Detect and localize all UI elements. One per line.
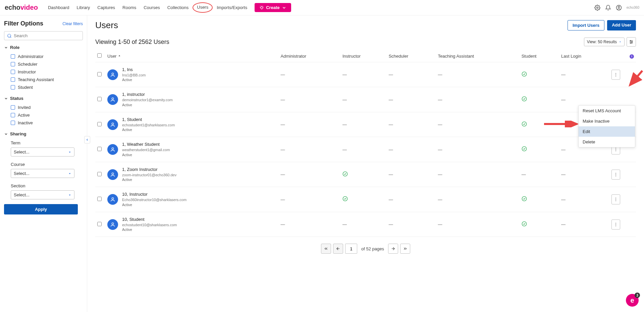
filter-status-toggle[interactable]: Status <box>4 96 83 101</box>
dash-value: — <box>281 197 285 202</box>
context-item-delete[interactable]: Delete <box>579 137 635 147</box>
user-cell[interactable]: 1, Ins Ins1@BB.com Active <box>107 67 277 82</box>
info-icon[interactable]: i <box>630 54 634 59</box>
apply-button[interactable]: Apply <box>4 204 78 214</box>
th-scheduler[interactable]: Scheduler <box>387 50 436 62</box>
row-actions-button[interactable] <box>611 194 620 204</box>
clear-filters-link[interactable]: Clear filters <box>62 21 83 26</box>
filter-item-ta[interactable]: Teaching Assistant <box>4 76 83 83</box>
context-item-reset-lms-account[interactable]: Reset LMS Account <box>579 106 635 116</box>
row-checkbox[interactable] <box>97 122 102 126</box>
th-last-login[interactable]: Last Login <box>559 50 609 62</box>
th-user[interactable]: User <box>105 50 279 62</box>
import-users-button[interactable]: Import Users <box>568 20 604 30</box>
user-circle-icon[interactable] <box>616 5 622 11</box>
row-checkbox[interactable] <box>97 97 102 101</box>
select-all-checkbox[interactable] <box>97 53 102 58</box>
dash-value: — <box>342 147 347 152</box>
filter-item-scheduler[interactable]: Scheduler <box>4 60 83 68</box>
user-email: Ins1@BB.com <box>122 73 146 77</box>
nav-dashboard[interactable]: Dashboard <box>45 3 73 12</box>
table-row: 1, Weather Student weatherstudent1@gmail… <box>95 137 636 162</box>
user-name: 1, Ins <box>122 67 146 73</box>
nav-library[interactable]: Library <box>73 3 94 12</box>
user-cell[interactable]: 10, Instructor Echo360instructor10@shark… <box>107 192 277 207</box>
create-button[interactable]: Create <box>255 3 291 12</box>
dash-value: — <box>438 97 442 102</box>
filter-item-inactive[interactable]: Inactive <box>4 119 83 127</box>
chevron-down-icon <box>282 5 286 10</box>
row-actions-button[interactable] <box>611 170 620 180</box>
add-user-button[interactable]: Add User <box>607 20 636 30</box>
user-cell[interactable]: 1, Weather Student weatherstudent1@gmail… <box>107 142 277 157</box>
user-cell[interactable]: 1, Student echostudent1@sharklasers.com … <box>107 117 277 132</box>
logo-echo: echo <box>5 4 20 11</box>
search-input[interactable] <box>14 33 80 38</box>
avatar <box>107 169 118 180</box>
avatar <box>107 94 118 105</box>
svg-marker-6 <box>69 173 71 174</box>
fab-badge: 3 <box>635 293 640 298</box>
filter-role-toggle[interactable]: Role <box>4 45 83 50</box>
user-cell[interactable]: 1, instructor demoinstructor1@examity.co… <box>107 92 277 107</box>
page-first-button[interactable] <box>321 244 331 254</box>
nav-captures[interactable]: Captures <box>94 3 118 12</box>
nav-collections[interactable]: Collections <box>164 3 192 12</box>
page-prev-button[interactable] <box>333 244 343 254</box>
row-checkbox[interactable] <box>97 147 102 151</box>
filter-search[interactable] <box>4 31 83 40</box>
user-cell[interactable]: 1, Zoom Instructor zoom-instructor01@ech… <box>107 167 277 182</box>
svg-marker-8 <box>620 42 621 42</box>
dash-value: — <box>389 172 393 177</box>
row-checkbox[interactable] <box>97 222 102 226</box>
nav-users[interactable]: Users <box>193 2 213 13</box>
gear-icon[interactable] <box>594 5 600 11</box>
svg-point-19 <box>615 74 616 75</box>
svg-point-29 <box>522 147 526 151</box>
user-status: Active <box>122 152 170 157</box>
course-select[interactable]: Select... <box>11 169 74 178</box>
avatar <box>107 69 118 80</box>
page-last-button[interactable] <box>400 244 410 254</box>
user-status: Active <box>122 103 173 107</box>
context-item-edit[interactable]: Edit <box>579 126 635 137</box>
page-next-button[interactable] <box>388 244 398 254</box>
bell-icon[interactable] <box>605 5 611 11</box>
nav-rooms[interactable]: Rooms <box>119 3 140 12</box>
row-context-menu: Reset LMS AccountMake InactiveEditDelete <box>578 105 635 147</box>
help-fab[interactable]: e 3 <box>626 294 639 307</box>
table-row: 1, Zoom Instructor zoom-instructor01@ech… <box>95 162 636 187</box>
nav-imports-exports[interactable]: Imports/Exports <box>213 3 251 12</box>
settings-slider-button[interactable] <box>627 37 636 47</box>
svg-point-33 <box>112 173 113 174</box>
user-cell[interactable]: 10, Student echostudent10@sharklasers.co… <box>107 217 277 232</box>
view-results-select[interactable]: View: 50 Results <box>584 38 625 46</box>
th-ta[interactable]: Teaching Assistant <box>436 50 520 62</box>
app-logo[interactable]: echovideo <box>5 4 38 11</box>
row-actions-button[interactable] <box>611 70 620 80</box>
section-select[interactable]: Select... <box>11 190 74 199</box>
th-instructor[interactable]: Instructor <box>340 50 387 62</box>
filter-item-administrator[interactable]: Administrator <box>4 53 83 60</box>
filter-item-student[interactable]: Student <box>4 83 83 91</box>
filter-sharing-toggle[interactable]: Sharing <box>4 131 83 136</box>
filter-item-active[interactable]: Active <box>4 111 83 119</box>
row-actions-button[interactable] <box>611 220 620 230</box>
row-checkbox[interactable] <box>97 197 102 201</box>
nav-courses[interactable]: Courses <box>140 3 163 12</box>
viewing-text: Viewing 1-50 of 2562 Users <box>95 39 169 46</box>
filter-item-invited[interactable]: Invited <box>4 104 83 111</box>
nav-links: Dashboard Library Captures Rooms Courses… <box>45 2 291 13</box>
page-number-input[interactable] <box>345 244 357 254</box>
svg-point-30 <box>615 148 616 148</box>
checkbox-icon <box>11 113 15 117</box>
row-checkbox[interactable] <box>97 72 102 76</box>
th-admin[interactable]: Administrator <box>279 50 340 62</box>
row-checkbox[interactable] <box>97 172 102 176</box>
dash-value: — <box>561 147 566 152</box>
filter-item-instructor[interactable]: Instructor <box>4 68 83 76</box>
context-item-make-inactive[interactable]: Make Inactive <box>579 116 635 126</box>
dash-value: — <box>342 97 347 102</box>
th-student[interactable]: Student <box>520 50 559 62</box>
term-select[interactable]: Select... <box>11 147 74 157</box>
